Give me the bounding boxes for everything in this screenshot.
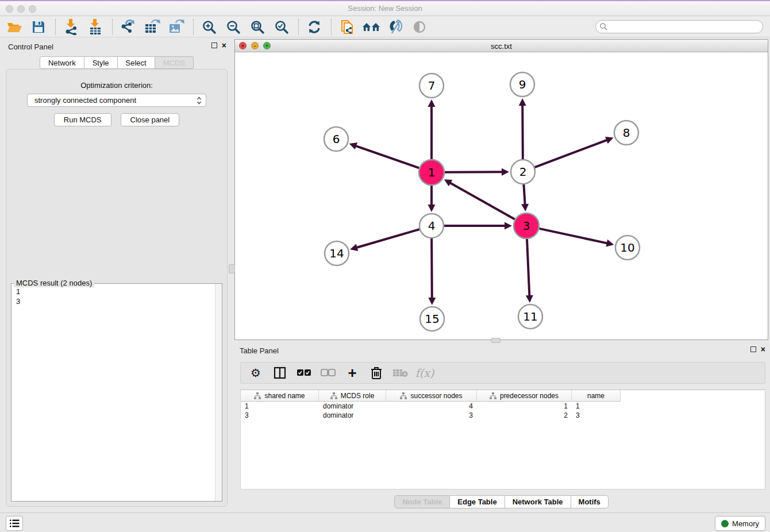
vertical-splitter-handle[interactable] [229, 264, 235, 273]
add-column-icon[interactable]: + [344, 365, 360, 381]
search-input[interactable] [608, 22, 763, 32]
graph-edge[interactable] [445, 168, 509, 176]
tree-icon [400, 392, 407, 399]
cell-successor-nodes[interactable]: 4 [386, 402, 477, 411]
cell-shared-name[interactable]: 3 [241, 411, 319, 420]
deselect-all-icon[interactable] [320, 365, 336, 381]
column-header-successor-nodes[interactable]: successor nodes [386, 390, 477, 402]
table-header-row: shared name MCDS role successor nodes pr… [241, 390, 765, 402]
graph-node[interactable]: 7 [419, 74, 444, 98]
open-session-icon[interactable] [5, 18, 24, 36]
window-titlebar: Session: New Session [0, 1, 770, 16]
table-row[interactable]: 3 dominator 3 2 3 [241, 411, 765, 420]
column-header-predecessor-nodes[interactable]: predecessor nodes [477, 390, 572, 402]
graph-node[interactable]: 11 [518, 304, 542, 329]
cell-shared-name[interactable]: 1 [241, 402, 319, 411]
run-mcds-button[interactable]: Run MCDS [54, 113, 111, 126]
zoom-in-icon[interactable] [199, 18, 219, 36]
export-image-icon[interactable] [167, 18, 186, 36]
zoom-fit-icon[interactable] [248, 18, 267, 36]
graph-edge[interactable] [349, 142, 419, 168]
cell-name[interactable]: 1 [572, 402, 621, 411]
tab-node-table[interactable]: Node Table [394, 495, 450, 508]
graph-edge[interactable] [350, 229, 419, 251]
network-title: scc.txt [235, 42, 768, 51]
graph-edge[interactable] [526, 239, 533, 303]
zoom-out-icon[interactable] [224, 18, 243, 36]
graph-node[interactable]: 8 [614, 121, 638, 145]
import-table-icon[interactable] [86, 18, 105, 36]
mcds-result-scrollbar[interactable] [215, 284, 222, 501]
cell-mcds-role[interactable]: dominator [319, 402, 386, 411]
zoom-selected-icon[interactable] [272, 18, 291, 36]
task-history-button[interactable] [6, 516, 23, 531]
network-canvas[interactable]: 1234678910111415 [235, 52, 768, 340]
graph-node[interactable]: 10 [615, 236, 640, 260]
column-header-name[interactable]: name [572, 390, 621, 402]
tab-network-table[interactable]: Network Table [505, 495, 571, 508]
select-all-icon[interactable] [296, 365, 312, 381]
graph-edge[interactable] [428, 186, 436, 212]
export-table-icon[interactable] [143, 18, 162, 36]
graph-node[interactable]: 14 [325, 241, 349, 265]
graph-node[interactable]: 15 [420, 307, 444, 331]
tab-motifs[interactable]: Motifs [571, 495, 609, 508]
control-panel-close-icon[interactable]: × [222, 42, 226, 49]
search-field[interactable] [595, 20, 763, 33]
graph-edge[interactable] [539, 229, 614, 247]
show-hide-icon[interactable] [410, 18, 429, 36]
clone-network-icon[interactable] [337, 18, 357, 36]
cell-successor-nodes[interactable]: 3 [386, 411, 477, 420]
memory-label: Memory [732, 519, 759, 528]
graph-edge[interactable] [444, 222, 512, 230]
column-header-shared-name[interactable]: shared name [241, 390, 319, 402]
tab-select[interactable]: Select [118, 56, 155, 69]
memory-button[interactable]: Memory [715, 516, 765, 531]
graph-edge[interactable] [535, 137, 614, 167]
network-frame-titlebar[interactable]: × – + scc.txt [235, 40, 768, 52]
graph-node[interactable]: 1 [419, 160, 444, 185]
graph-edge[interactable] [428, 99, 436, 159]
save-session-icon[interactable] [29, 18, 48, 36]
memory-status-icon [721, 520, 729, 527]
cell-predecessor-nodes[interactable]: 1 [477, 402, 572, 411]
column-header-mcds-role[interactable]: MCDS role [319, 390, 386, 402]
graph-edge[interactable] [521, 184, 529, 211]
mcds-result-text[interactable]: 1 3 [11, 284, 222, 501]
import-network-icon[interactable] [61, 18, 81, 36]
edge-arrow-icon [350, 244, 358, 250]
graph-node[interactable]: 9 [510, 72, 534, 97]
table-panel-close-icon[interactable]: × [761, 346, 765, 353]
tab-network[interactable]: Network [40, 56, 84, 69]
control-panel-float-icon[interactable] [211, 43, 217, 48]
graph-node[interactable]: 2 [511, 160, 535, 184]
edge-arrow-icon [428, 99, 436, 107]
first-neighbors-icon[interactable] [361, 18, 381, 36]
horizontal-splitter-handle[interactable] [491, 338, 500, 343]
graph-node[interactable]: 3 [514, 213, 539, 238]
graph-node[interactable]: 4 [419, 214, 444, 238]
table-row[interactable]: 1 dominator 4 1 1 [241, 402, 765, 411]
cell-name[interactable]: 3 [572, 411, 621, 420]
graph-edge[interactable] [519, 98, 526, 159]
main-toolbar [0, 17, 770, 37]
table-settings-icon[interactable]: ⚙ [248, 365, 264, 381]
cell-predecessor-nodes[interactable]: 2 [477, 411, 572, 420]
graph-node[interactable]: 6 [324, 127, 348, 151]
tab-style[interactable]: Style [84, 56, 118, 69]
graph-edge[interactable] [444, 179, 515, 219]
close-panel-button[interactable]: Close panel [121, 113, 180, 126]
apply-style-icon[interactable] [386, 18, 405, 36]
graph-edge[interactable] [428, 238, 436, 305]
cell-mcds-role[interactable]: dominator [319, 411, 386, 420]
criterion-dropdown[interactable]: strongly connected component [27, 94, 206, 107]
show-columns-icon[interactable] [272, 365, 288, 381]
delete-column-icon[interactable] [368, 365, 384, 381]
tab-mcds[interactable]: MCDS [155, 56, 194, 69]
table-panel-float-icon[interactable] [750, 346, 756, 352]
control-panel: Control Panel × Network Style Select MCD… [2, 39, 231, 509]
tab-edge-table[interactable]: Edge Table [450, 495, 505, 508]
refresh-layout-icon[interactable] [305, 18, 324, 36]
export-network-icon[interactable] [118, 18, 138, 36]
node-label: 1 [428, 165, 436, 179]
